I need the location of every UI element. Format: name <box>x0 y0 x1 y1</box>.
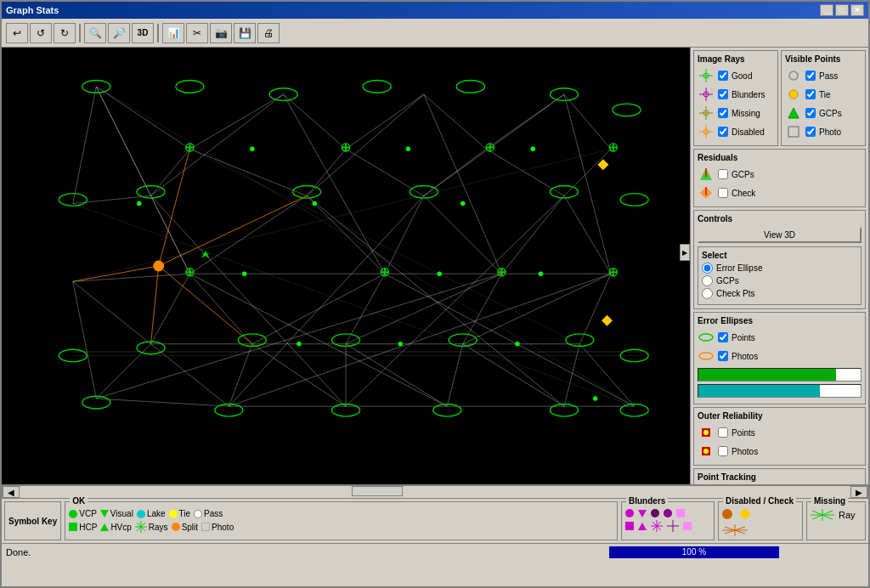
svg-point-147 <box>398 342 403 347</box>
blunder-rays1 <box>651 520 663 532</box>
photo-checkbox[interactable] <box>805 127 816 137</box>
or-points-checkbox[interactable] <box>718 427 728 438</box>
svg-point-163 <box>789 90 798 99</box>
point-tracking-title: Point Tracking <box>698 472 862 482</box>
toolbar-zoom-in-button[interactable]: 🔍 <box>84 23 106 43</box>
blunders-ray-icon <box>698 86 715 103</box>
main-content: ▶ Image Rays <box>2 48 868 484</box>
scroll-left-button[interactable]: ◀ <box>3 486 20 498</box>
err-points-checkbox[interactable] <box>718 332 728 342</box>
disabled-check-group: Disabled / Check <box>718 501 803 540</box>
visible-points-title: Visible Points <box>785 54 862 64</box>
toolbar-print-button[interactable]: 🖨 <box>257 23 280 43</box>
toolbar-3d-button[interactable]: 3D <box>132 23 154 43</box>
hcp-label: HCP <box>79 523 97 532</box>
blunders-ray-label: Blunders <box>732 90 765 99</box>
toolbar-cut-button[interactable]: ✂ <box>186 23 208 43</box>
or-photos-row: Photos <box>698 443 862 460</box>
pass-checkbox[interactable] <box>805 71 816 81</box>
or-photos-label: Photos <box>732 447 758 456</box>
graph-area[interactable]: ▶ <box>2 48 690 484</box>
svg-point-95 <box>620 194 648 206</box>
blunders-group-title: Blunders <box>626 496 668 506</box>
svg-line-30 <box>284 94 385 274</box>
photo-sym-icon <box>201 523 210 531</box>
scroll-thumb[interactable] <box>352 486 403 496</box>
view3d-button[interactable]: View 3D <box>698 227 862 243</box>
disabled-check-title: Disabled / Check <box>723 496 796 506</box>
slider-track-1[interactable] <box>698 368 862 382</box>
svg-line-65 <box>73 149 611 281</box>
close-window-button[interactable]: ✕ <box>850 4 864 16</box>
rays-item: Rays <box>135 521 168 533</box>
slider-track-2[interactable] <box>698 384 862 398</box>
svg-line-61 <box>564 344 579 406</box>
svg-line-13 <box>564 149 611 195</box>
svg-line-70 <box>229 195 423 406</box>
toolbar-camera-button[interactable]: 📷 <box>210 23 232 43</box>
pass-label: Pass <box>819 71 838 81</box>
pass-sym-label: Pass <box>204 509 223 518</box>
svg-line-8 <box>424 94 486 149</box>
maximize-button[interactable]: □ <box>835 4 849 16</box>
svg-point-133 <box>153 261 164 272</box>
disabled-row1 <box>722 509 799 519</box>
toolbar-zoom-out-button[interactable]: 🔎 <box>108 23 130 43</box>
scroll-right-indicator[interactable]: ▶ <box>680 244 690 261</box>
toolbar-save-button[interactable]: 💾 <box>234 23 256 43</box>
disabled-ray-checkbox[interactable] <box>718 127 728 137</box>
error-ellipse-label: Error Ellipse <box>716 263 762 273</box>
gcps-checkbox[interactable] <box>805 108 816 118</box>
svg-line-34 <box>564 94 611 274</box>
err-ellipse-photos-icon <box>698 348 715 365</box>
missing-ray-icon <box>698 105 715 122</box>
residuals-gcps-checkbox[interactable] <box>718 169 728 179</box>
svg-line-4 <box>284 94 346 149</box>
gcps-radio[interactable] <box>702 275 713 286</box>
svg-line-0 <box>96 87 189 149</box>
check-pts-radio[interactable] <box>702 288 713 299</box>
missing-rays-icon <box>811 509 834 521</box>
split-icon <box>172 523 180 531</box>
svg-point-108 <box>620 404 648 416</box>
residuals-check-checkbox[interactable] <box>718 188 728 198</box>
residuals-check-row: Check <box>698 184 862 201</box>
blunder-tri1 <box>638 510 647 517</box>
svg-rect-165 <box>788 127 799 137</box>
error-ellipse-radio[interactable] <box>702 263 713 274</box>
tie-checkbox[interactable] <box>805 89 816 99</box>
pass-item: Pass <box>194 509 223 518</box>
blunders-ray-checkbox[interactable] <box>718 89 728 99</box>
svg-line-79 <box>159 149 190 266</box>
vp-tie-row: Tie <box>785 86 862 103</box>
err-points-label: Points <box>732 333 755 342</box>
blunder-sq1 <box>676 509 685 517</box>
svg-line-50 <box>151 344 229 406</box>
or-photos-icon <box>698 443 715 460</box>
svg-point-175 <box>703 449 709 454</box>
error-ellipse-radio-row: Error Ellipse <box>702 263 857 274</box>
scroll-right-button[interactable]: ▶ <box>850 486 867 498</box>
or-photos-checkbox[interactable] <box>718 446 728 456</box>
svg-point-137 <box>137 201 142 206</box>
vcp-icon <box>69 510 77 518</box>
toolbar-sep2 <box>157 24 159 42</box>
bottom-panel: ◀ ▶ Symbol Key OK VCP <box>2 484 868 586</box>
residuals-section: Residuals GCPs <box>693 149 866 207</box>
good-ray-checkbox[interactable] <box>718 71 728 81</box>
svg-line-58 <box>447 344 462 406</box>
svg-line-11 <box>486 94 564 149</box>
tie-icon <box>785 86 802 103</box>
toolbar-redo-button[interactable]: ↻ <box>54 23 76 43</box>
err-photos-checkbox[interactable] <box>718 351 728 361</box>
toolbar-chart-button[interactable]: 📊 <box>162 23 184 43</box>
toolbar-undo-button[interactable]: ↺ <box>30 23 52 43</box>
residuals-check-icon <box>698 184 715 201</box>
svg-line-69 <box>307 195 564 406</box>
hvcp-icon <box>100 523 109 531</box>
vp-gcps-row: GCPs <box>785 105 862 122</box>
slider-fill-1 <box>698 369 836 381</box>
missing-ray-checkbox[interactable] <box>718 108 728 118</box>
toolbar-back-button[interactable]: ↩ <box>6 23 28 43</box>
minimize-button[interactable]: _ <box>820 4 833 16</box>
